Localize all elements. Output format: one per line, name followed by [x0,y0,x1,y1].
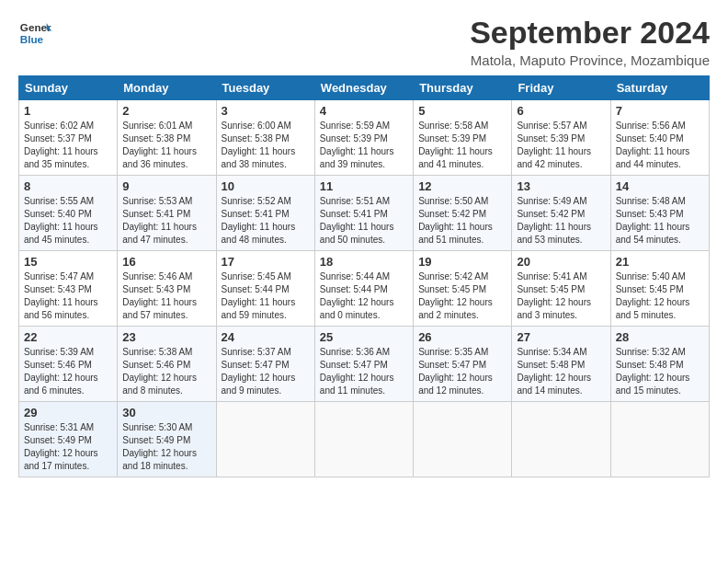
day-info: Sunrise: 5:48 AMSunset: 5:43 PMDaylight:… [616,196,690,245]
day-info: Sunrise: 5:47 AMSunset: 5:43 PMDaylight:… [24,271,98,320]
day-info: Sunrise: 5:53 AMSunset: 5:41 PMDaylight:… [122,196,197,245]
day-info: Sunrise: 6:02 AMSunset: 5:37 PMDaylight:… [24,121,98,169]
day-number: 19 [418,255,506,269]
day-number: 10 [222,179,310,193]
day-info: Sunrise: 5:55 AMSunset: 5:40 PMDaylight:… [24,196,98,245]
col-header-monday: Monday [118,76,216,100]
calendar-cell [216,402,314,477]
day-info: Sunrise: 5:42 AMSunset: 5:45 PMDaylight:… [418,271,493,320]
logo-icon: General Blue [18,15,51,48]
day-number: 5 [418,104,506,118]
col-header-saturday: Saturday [610,76,709,100]
day-number: 8 [24,179,112,193]
day-number: 24 [222,330,310,344]
calendar-cell: 28 Sunrise: 5:32 AMSunset: 5:48 PMDaylig… [610,327,709,402]
day-number: 15 [24,255,112,269]
day-info: Sunrise: 5:38 AMSunset: 5:46 PMDaylight:… [122,347,197,396]
col-header-thursday: Thursday [414,76,512,100]
calendar-cell: 21 Sunrise: 5:40 AMSunset: 5:45 PMDaylig… [610,251,709,327]
calendar-cell: 3 Sunrise: 6:00 AMSunset: 5:38 PMDayligh… [216,100,314,176]
calendar-cell: 8 Sunrise: 5:55 AMSunset: 5:40 PMDayligh… [19,176,118,251]
calendar-cell: 19 Sunrise: 5:42 AMSunset: 5:45 PMDaylig… [414,251,512,327]
day-number: 4 [320,104,408,118]
calendar-cell: 29 Sunrise: 5:31 AMSunset: 5:49 PMDaylig… [19,402,118,477]
page-header: General Blue September 2024 Matola, Mapu… [18,15,710,68]
day-info: Sunrise: 5:49 AMSunset: 5:42 PMDaylight:… [517,196,591,245]
day-number: 7 [616,104,704,118]
calendar-cell: 24 Sunrise: 5:37 AMSunset: 5:47 PMDaylig… [216,327,314,402]
day-number: 27 [517,330,605,344]
day-number: 11 [320,179,408,193]
day-number: 17 [222,255,310,269]
calendar-cell: 9 Sunrise: 5:53 AMSunset: 5:41 PMDayligh… [118,176,216,251]
day-info: Sunrise: 6:01 AMSunset: 5:38 PMDaylight:… [122,121,197,169]
day-info: Sunrise: 5:37 AMSunset: 5:47 PMDaylight:… [222,347,296,396]
day-number: 22 [24,330,112,344]
svg-text:Blue: Blue [20,33,44,45]
day-info: Sunrise: 5:40 AMSunset: 5:45 PMDaylight:… [616,271,690,320]
day-info: Sunrise: 5:57 AMSunset: 5:39 PMDaylight:… [517,121,591,169]
calendar-cell: 4 Sunrise: 5:59 AMSunset: 5:39 PMDayligh… [314,100,413,176]
day-number: 13 [517,179,605,193]
calendar-cell: 5 Sunrise: 5:58 AMSunset: 5:39 PMDayligh… [414,100,512,176]
calendar-cell [512,402,610,477]
calendar-cell: 11 Sunrise: 5:51 AMSunset: 5:41 PMDaylig… [314,176,413,251]
calendar-cell: 6 Sunrise: 5:57 AMSunset: 5:39 PMDayligh… [512,100,610,176]
day-info: Sunrise: 5:56 AMSunset: 5:40 PMDaylight:… [616,121,690,169]
calendar-cell: 16 Sunrise: 5:46 AMSunset: 5:43 PMDaylig… [118,251,216,327]
col-header-friday: Friday [512,76,610,100]
calendar-cell: 20 Sunrise: 5:41 AMSunset: 5:45 PMDaylig… [512,251,610,327]
day-info: Sunrise: 5:30 AMSunset: 5:49 PMDaylight:… [122,422,197,471]
calendar-week-row: 15 Sunrise: 5:47 AMSunset: 5:43 PMDaylig… [19,251,710,327]
calendar-cell: 1 Sunrise: 6:02 AMSunset: 5:37 PMDayligh… [19,100,118,176]
day-info: Sunrise: 5:44 AMSunset: 5:44 PMDaylight:… [320,271,394,320]
day-info: Sunrise: 5:31 AMSunset: 5:49 PMDaylight:… [24,422,98,471]
calendar-cell: 14 Sunrise: 5:48 AMSunset: 5:43 PMDaylig… [610,176,709,251]
day-number: 20 [517,255,605,269]
day-number: 14 [616,179,704,193]
calendar-cell: 2 Sunrise: 6:01 AMSunset: 5:38 PMDayligh… [118,100,216,176]
title-block: September 2024 Matola, Maputo Province, … [470,15,710,68]
calendar-cell [610,402,709,477]
col-header-sunday: Sunday [19,76,118,100]
calendar-week-row: 8 Sunrise: 5:55 AMSunset: 5:40 PMDayligh… [19,176,710,251]
calendar-cell: 10 Sunrise: 5:52 AMSunset: 5:41 PMDaylig… [216,176,314,251]
day-info: Sunrise: 5:46 AMSunset: 5:43 PMDaylight:… [122,271,197,320]
calendar-week-row: 29 Sunrise: 5:31 AMSunset: 5:49 PMDaylig… [19,402,710,477]
location-title: Matola, Maputo Province, Mozambique [470,52,710,68]
day-info: Sunrise: 5:51 AMSunset: 5:41 PMDaylight:… [320,196,394,245]
day-info: Sunrise: 5:58 AMSunset: 5:39 PMDaylight:… [418,121,493,169]
day-number: 23 [122,330,210,344]
day-info: Sunrise: 5:35 AMSunset: 5:47 PMDaylight:… [418,347,493,396]
day-info: Sunrise: 5:41 AMSunset: 5:45 PMDaylight:… [517,271,591,320]
calendar-header-row: SundayMondayTuesdayWednesdayThursdayFrid… [19,76,710,100]
calendar-week-row: 22 Sunrise: 5:39 AMSunset: 5:46 PMDaylig… [19,327,710,402]
day-number: 2 [122,104,210,118]
calendar-cell [314,402,413,477]
calendar-table: SundayMondayTuesdayWednesdayThursdayFrid… [18,75,710,477]
day-number: 25 [320,330,408,344]
calendar-cell [414,402,512,477]
day-number: 9 [122,179,210,193]
day-info: Sunrise: 5:39 AMSunset: 5:46 PMDaylight:… [24,347,98,396]
calendar-week-row: 1 Sunrise: 6:02 AMSunset: 5:37 PMDayligh… [19,100,710,176]
day-number: 1 [24,104,112,118]
logo: General Blue [18,15,51,48]
day-info: Sunrise: 5:52 AMSunset: 5:41 PMDaylight:… [222,196,296,245]
day-info: Sunrise: 5:50 AMSunset: 5:42 PMDaylight:… [418,196,493,245]
day-number: 26 [418,330,506,344]
day-info: Sunrise: 5:32 AMSunset: 5:48 PMDaylight:… [616,347,690,396]
day-info: Sunrise: 6:00 AMSunset: 5:38 PMDaylight:… [222,121,296,169]
col-header-wednesday: Wednesday [314,76,413,100]
calendar-cell: 18 Sunrise: 5:44 AMSunset: 5:44 PMDaylig… [314,251,413,327]
day-number: 12 [418,179,506,193]
day-info: Sunrise: 5:45 AMSunset: 5:44 PMDaylight:… [222,271,296,320]
day-number: 18 [320,255,408,269]
calendar-cell: 13 Sunrise: 5:49 AMSunset: 5:42 PMDaylig… [512,176,610,251]
day-info: Sunrise: 5:34 AMSunset: 5:48 PMDaylight:… [517,347,591,396]
month-title: September 2024 [470,15,710,51]
day-number: 30 [122,406,210,419]
calendar-cell: 17 Sunrise: 5:45 AMSunset: 5:44 PMDaylig… [216,251,314,327]
calendar-cell: 7 Sunrise: 5:56 AMSunset: 5:40 PMDayligh… [610,100,709,176]
calendar-cell: 22 Sunrise: 5:39 AMSunset: 5:46 PMDaylig… [19,327,118,402]
